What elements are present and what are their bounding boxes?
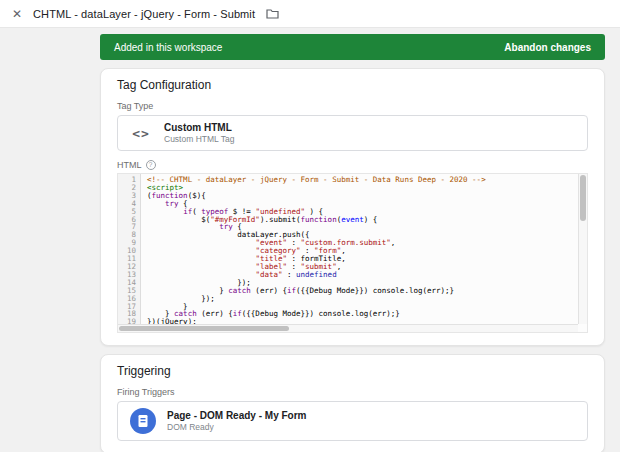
vertical-scrollbar [578,174,587,324]
tag-name-title: CHTML - dataLayer - jQuery - Form - Subm… [33,8,255,20]
tag-type-name: Custom HTML [164,122,234,133]
workspace-content: Added in this workspace Abandon changes … [100,34,605,452]
line-number: 5 [118,208,141,216]
html-code-editor[interactable]: 1<!-- CHTML - dataLayer - jQuery - Form … [117,173,588,333]
help-icon[interactable]: ? [146,160,156,170]
trigger-name: Page - DOM Ready - My Form [167,410,306,421]
tag-type-description: Custom HTML Tag [164,134,234,144]
triggering-card: Triggering Firing Triggers Page - DOM Re… [100,354,605,452]
tag-configuration-title: Tag Configuration [117,79,588,92]
trigger-type: DOM Ready [167,422,306,432]
horizontal-scrollbar [118,324,578,332]
firing-triggers-label: Firing Triggers [117,387,588,397]
tag-configuration-card: Tag Configuration Tag Type <> Custom HTM… [100,68,605,346]
abandon-changes-button[interactable]: Abandon changes [504,42,591,53]
line-number: 8 [118,231,141,239]
tag-type-selector[interactable]: <> Custom HTML Custom HTML Tag [117,115,588,151]
line-number: 1 [118,176,141,184]
code-line: 1<!-- CHTML - dataLayer - jQuery - Form … [118,176,578,184]
top-bar: ✕ CHTML - dataLayer - jQuery - Form - Su… [0,0,620,28]
dom-ready-trigger-icon [130,408,156,434]
line-number: 4 [118,200,141,208]
trigger-item[interactable]: Page - DOM Ready - My Form DOM Ready [117,401,588,441]
line-number: 2 [118,184,141,192]
line-number: 3 [118,192,141,200]
triggering-title: Triggering [117,365,588,378]
workspace-status-text: Added in this workspace [114,42,222,53]
custom-html-icon: <> [118,126,164,141]
horizontal-scrollbar-thumb[interactable] [119,326,289,331]
tag-type-label: Tag Type [117,101,588,111]
workspace-status-banner: Added in this workspace Abandon changes [100,34,605,60]
html-field-label-row: HTML ? [117,160,588,170]
line-number: 6 [118,216,141,224]
line-number: 7 [118,223,141,231]
vertical-scrollbar-thumb[interactable] [580,175,586,221]
code-lines: 1<!-- CHTML - dataLayer - jQuery - Form … [118,176,578,326]
folder-icon[interactable] [266,8,279,19]
close-icon[interactable]: ✕ [12,8,22,20]
html-label: HTML [117,160,142,170]
